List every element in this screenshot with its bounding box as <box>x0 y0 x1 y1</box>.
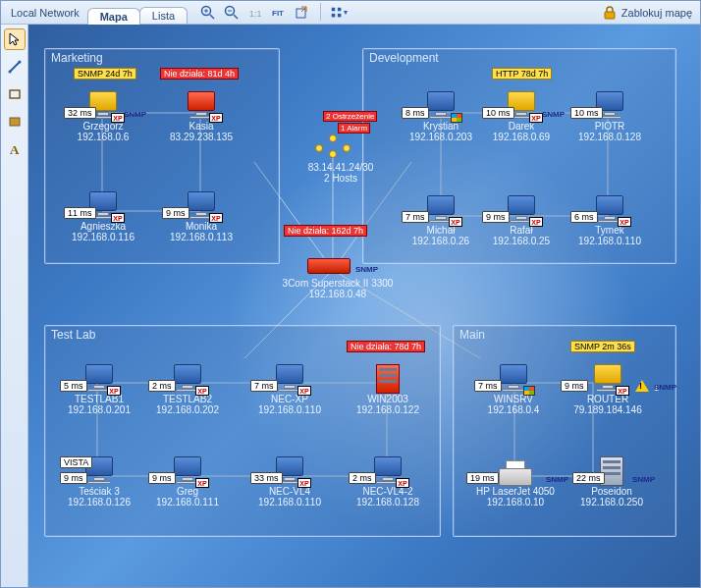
node-ip: 192.168.0.203 <box>400 132 482 142</box>
text-tool-icon[interactable]: A <box>4 138 26 160</box>
switch-device[interactable]: SNMP <box>307 258 350 274</box>
switch-label: 3Com Superstack II 3300 192.168.0.48 <box>264 278 411 299</box>
node-testlab1[interactable]: XP 5 ms TESTLAB1 192.168.0.201 <box>58 354 140 415</box>
ping-badge: 2 ms <box>148 380 176 392</box>
node-ip: 192.168.0.10 <box>464 497 566 508</box>
node-necvl42[interactable]: XP 2 ms NEC-VL4-2 192.168.0.128 <box>347 447 429 508</box>
node-name: ROUTER <box>559 394 657 404</box>
fit-icon[interactable]: FIT <box>269 3 289 23</box>
node-ip: 192.168.0.202 <box>146 404 229 415</box>
line-tool-icon[interactable] <box>4 56 26 78</box>
ping-badge: 22 ms <box>572 472 605 484</box>
node-ip: 192.168.0.250 <box>570 497 653 508</box>
warnings-badge: 2 Ostrzeżenie <box>323 111 377 122</box>
os-badge: VISTA <box>60 456 92 468</box>
node-name: Rafał <box>480 225 563 236</box>
node-ip: 192.168.0.128 <box>347 497 429 508</box>
node-ip: 192.168.0.110 <box>248 497 331 508</box>
node-agnieszka[interactable]: XP 11 ms Agnieszka 192.168.0.116 <box>62 182 144 242</box>
node-tymek[interactable]: XP 6 ms Tymek 192.168.0.110 <box>568 186 651 246</box>
node-krystian[interactable]: 8 ms Krystian 192.168.0.203 <box>400 81 482 142</box>
pointer-tool-icon[interactable] <box>4 28 26 50</box>
node-tesciak3[interactable]: VISTA 9 ms Teściak 3 192.168.0.126 <box>58 447 140 508</box>
node-grzegorz[interactable]: SNMP 24d 7h XP 32 ms SNMP Grzegorz 192.1… <box>62 81 144 142</box>
svg-line-16 <box>10 62 20 72</box>
node-name: WIN2003 <box>347 394 429 404</box>
breadcrumb[interactable]: Local Network <box>5 7 85 19</box>
node-ip: 192.168.0.69 <box>480 132 563 142</box>
node-ip: 192.168.0.110 <box>248 404 331 415</box>
tab-list[interactable]: Lista <box>139 7 188 24</box>
zoom-out-icon[interactable] <box>222 3 242 23</box>
node-name: Darek <box>480 121 563 132</box>
map-canvas[interactable]: Marketing Development Test Lab Main 2 Os… <box>28 25 700 587</box>
svg-rect-9 <box>297 9 305 18</box>
export-icon[interactable] <box>293 3 312 23</box>
node-name: Tymek <box>568 225 651 236</box>
node-name: Poseidon <box>570 486 653 497</box>
arrange-icon[interactable]: ▾ <box>329 3 349 23</box>
node-testlab2[interactable]: XP 2 ms TESTLAB2 192.168.0.202 <box>146 354 229 415</box>
rect-tool-icon[interactable] <box>4 83 26 105</box>
ping-badge: 32 ms <box>64 107 96 119</box>
node-darek[interactable]: HTTP 78d 7h XP 10 ms SNMP Darek 192.168.… <box>480 81 563 142</box>
svg-point-17 <box>8 71 11 74</box>
node-monika[interactable]: XP 9 ms Monika 192.168.0.113 <box>160 182 243 242</box>
ping-badge: 33 ms <box>250 472 283 484</box>
zoom-reset-icon[interactable]: 1:1 <box>245 3 265 23</box>
node-winsrv[interactable]: 7 ms WINSRV 192.168.0.4 <box>472 354 555 415</box>
node-router[interactable]: SNMP 2m 36s XP 9 ms 1 SNMP ROUTER 79.189… <box>559 354 657 415</box>
node-win2003[interactable]: Nie działa: 78d 7h WIN2003 192.168.0.122 <box>347 354 429 415</box>
status-overlay: Nie działa: 81d 4h <box>160 68 239 80</box>
node-name: Agnieszka <box>62 221 144 232</box>
ping-badge: 7 ms <box>250 380 278 392</box>
zoom-in-icon[interactable] <box>198 3 218 23</box>
snmp-tag: SNMP <box>632 475 655 484</box>
node-name: NEC-VL4 <box>248 486 331 497</box>
fillrect-tool-icon[interactable] <box>4 111 26 133</box>
node-necxp[interactable]: XP 7 ms NEC-XP 192.168.0.110 <box>248 354 331 415</box>
ping-badge: 10 ms <box>570 107 603 119</box>
printer-icon <box>499 460 532 486</box>
node-ip: 192.168.0.110 <box>568 236 651 246</box>
node-greg[interactable]: XP 9 ms Greg 192.168.0.111 <box>146 447 229 508</box>
node-name: Greg <box>146 486 229 497</box>
node-ip: 192.168.0.6 <box>62 132 144 142</box>
alarms-badge: 1 Alarm <box>338 123 370 134</box>
lock-map-button[interactable]: Zablokuj mapę <box>598 5 696 21</box>
tab-map[interactable]: Mapa <box>87 8 140 25</box>
ping-badge: 5 ms <box>60 380 87 392</box>
side-toolbar: A <box>1 25 28 587</box>
node-name: TESTLAB2 <box>146 394 229 404</box>
status-overlay: Nie działa: 78d 7h <box>347 341 425 352</box>
svg-line-1 <box>210 15 214 19</box>
node-name: TESTLAB1 <box>58 394 140 404</box>
svg-rect-12 <box>338 7 342 11</box>
node-ip: 192.168.0.201 <box>58 404 140 415</box>
node-hplj[interactable]: 19 ms SNMP HP LaserJet 4050 192.168.0.10 <box>464 447 566 508</box>
computer-icon: XP <box>590 364 625 394</box>
cloud-icon[interactable] <box>315 134 354 158</box>
node-ip: 192.168.0.113 <box>160 232 243 242</box>
ping-badge: 9 ms <box>561 380 588 392</box>
ping-badge: 9 ms <box>60 472 87 484</box>
tabs: Mapa Lista <box>87 2 187 24</box>
ping-badge: 10 ms <box>482 107 514 119</box>
node-rafal[interactable]: XP 9 ms Rafał 192.168.0.25 <box>480 186 563 246</box>
svg-text:FIT: FIT <box>272 9 284 18</box>
lock-icon <box>602 5 618 21</box>
node-michal[interactable]: XP 7 ms Michał 192.168.0.26 <box>400 186 482 246</box>
node-piotr[interactable]: 10 ms PIOTR 192.168.0.128 <box>568 81 651 142</box>
node-ip: 192.168.0.122 <box>347 404 429 415</box>
node-ip: 192.168.0.126 <box>58 497 140 508</box>
snmp-tag: SNMP <box>124 110 146 119</box>
node-necvl4[interactable]: XP 33 ms NEC-VL4 192.168.0.110 <box>248 447 331 508</box>
svg-rect-19 <box>10 90 20 98</box>
svg-rect-15 <box>605 12 615 19</box>
node-kasia[interactable]: Nie działa: 81d 4h XP Kasia 83.29.238.13… <box>160 81 243 142</box>
switch-fail-badge: Nie działa: 162d 7h <box>284 225 367 237</box>
node-name: Michał <box>400 225 482 236</box>
node-poseidon[interactable]: 22 ms SNMP Poseidon 192.168.0.250 <box>570 447 653 508</box>
ping-badge: 2 ms <box>349 472 376 484</box>
svg-text:A: A <box>10 142 20 157</box>
